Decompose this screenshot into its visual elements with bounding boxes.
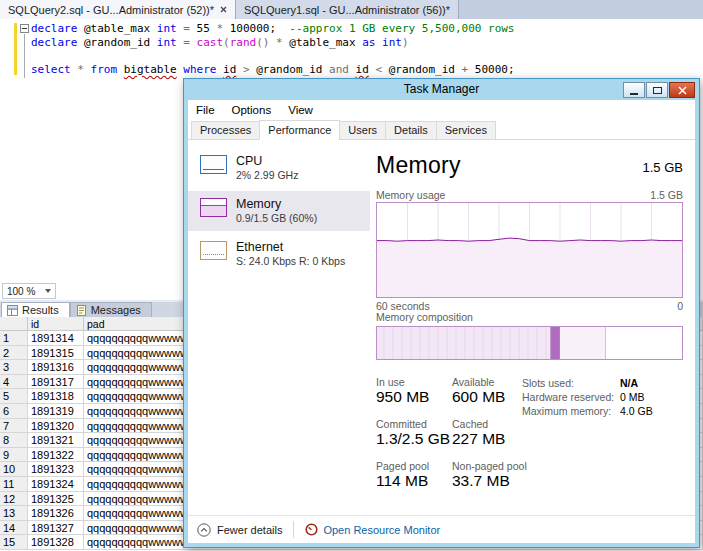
grid-cell[interactable]: 6 [0,404,28,419]
code-line: declare @table_max int = 55 * 100000; --… [31,22,515,36]
code-token: from [91,63,124,76]
outline-guide-line [24,34,25,78]
memory-panel: Memory 1.5 GB Memory usage 1.5 GB 60 sec… [374,148,685,515]
grid-cell[interactable]: 1 [0,331,28,346]
usage-graph-label: Memory usage [376,189,445,201]
close-tab-icon[interactable] [220,6,227,13]
code-token: rand [230,36,257,49]
grid-cell[interactable]: 1891328 [28,535,84,550]
grid-cell[interactable]: 1891318 [28,389,84,404]
grid-cell[interactable]: 1891325 [28,492,84,507]
tab-users[interactable]: Users [339,121,386,140]
stat-value-paged-pool: 114 MB [376,472,428,490]
grid-cell[interactable]: 3 [0,360,28,375]
detail-value-maximum-memory: 4.0 GB [620,405,653,417]
tab-label: Results [22,304,59,316]
grid-cell[interactable]: 4 [0,375,28,390]
grid-cell[interactable]: 11 [0,477,28,492]
maximize-icon [653,87,662,94]
grid-cell[interactable]: 1891317 [28,375,84,390]
stat-value-cached: 227 MB [452,430,505,448]
tab-processes[interactable]: Processes [191,121,260,140]
grid-cell[interactable]: 10 [0,462,28,477]
usage-graph-max: 1.5 GB [650,189,683,201]
grid-cell[interactable]: 1891314 [28,331,84,346]
minimize-icon [630,93,638,95]
code-token: 100000; [230,22,290,35]
grid-cell[interactable]: 5 [0,389,28,404]
tab-services[interactable]: Services [436,121,496,140]
footer-divider [293,521,294,538]
composition-label: Memory composition [376,311,473,323]
grid-cell[interactable]: 8 [0,433,28,448]
menu-file[interactable]: File [196,104,215,116]
sidebar-item-cpu[interactable]: CPU 2% 2.99 GHz [188,148,370,188]
grid-cell[interactable]: 12 [0,492,28,507]
menu-view[interactable]: View [288,104,313,116]
code-token: id [356,63,369,76]
stat-label-committed: Committed [376,418,427,430]
stat-value-non-paged-pool: 33.7 MB [452,472,510,490]
sidebar-item-memory[interactable]: Memory 0.9/1.5 GB (60%) [188,191,370,231]
code-token: = [183,36,196,49]
grid-cell[interactable]: 1891319 [28,404,84,419]
close-button[interactable] [669,82,695,98]
maximize-button[interactable] [646,82,668,98]
corner-header-cell[interactable] [0,317,28,331]
tab-label: SQLQuery1.sql - GU...Administrator (56))… [244,4,450,16]
grid-cell[interactable]: 1891323 [28,462,84,477]
code-token: where [183,63,223,76]
sql-code[interactable]: declare @table_max int = 55 * 100000; --… [31,22,515,76]
grid-cell[interactable]: 15 [0,535,28,550]
grid-cell[interactable]: 1891326 [28,506,84,521]
menu-options[interactable]: Options [232,104,272,116]
column-header-id[interactable]: id [28,317,84,331]
sidebar-item-label: Ethernet [236,240,345,255]
minimize-button[interactable] [623,82,645,98]
code-token: @random_id [256,63,329,76]
grid-cell[interactable]: 1891315 [28,346,84,361]
collapse-circle-icon [197,523,211,537]
outline-collapse-icon[interactable] [20,24,29,33]
task-manager-tabs: Processes Performance Users Details Serv… [188,119,695,140]
tab-details[interactable]: Details [385,121,437,140]
memory-composition-graph [376,326,683,360]
messages-icon [76,305,87,316]
grid-cell[interactable]: 1891324 [28,477,84,492]
tab-label: SQLQuery2.sql - GU...Administrator (52))… [8,4,214,16]
tab-messages[interactable]: Messages [70,302,152,317]
grid-cell[interactable]: 14 [0,521,28,536]
tab-sqlquery2[interactable]: SQLQuery2.sql - GU...Administrator (52))… [0,0,236,19]
grid-cell[interactable]: 13 [0,506,28,521]
tab-results[interactable]: Results [1,302,70,317]
code-token: * [216,22,229,35]
stat-label-non-paged-pool: Non-paged pool [452,460,527,472]
resource-monitor-icon [305,523,318,536]
tab-sqlquery1[interactable]: SQLQuery1.sql - GU...Administrator (56))… [236,0,459,19]
fewer-details-button[interactable]: Fewer details [197,523,282,537]
code-token: = [183,22,196,35]
grid-cell[interactable]: 9 [0,448,28,463]
grid-cell[interactable]: 1891320 [28,419,84,434]
memory-capacity: 1.5 GB [643,160,683,175]
code-token: 50000; [475,63,515,76]
code-token: ) [402,36,409,49]
grid-cell[interactable]: 7 [0,419,28,434]
grid-cell[interactable]: 1891322 [28,448,84,463]
titlebar[interactable]: Task Manager [184,79,699,100]
results-grid-icon [7,305,18,316]
grid-cell[interactable]: 1891321 [28,433,84,448]
grid-cell[interactable]: 1891327 [28,521,84,536]
detail-label-maximum-memory: Maximum memory: [522,405,611,417]
grid-cell[interactable]: 1891316 [28,360,84,375]
zoom-control[interactable]: 100 % [2,283,56,299]
tab-performance[interactable]: Performance [259,120,340,140]
open-resource-monitor-link[interactable]: Open Resource Monitor [305,523,440,536]
menu-bar: File Options View [188,100,695,119]
grid-cell[interactable]: 2 [0,346,28,361]
sidebar-item-detail: 2% 2.99 GHz [236,169,298,182]
sidebar-item-detail: S: 24.0 Kbps R: 0 Kbps [236,255,345,268]
sidebar-item-detail: 0.9/1.5 GB (60%) [236,212,317,225]
sidebar-item-ethernet[interactable]: Ethernet S: 24.0 Kbps R: 0 Kbps [188,234,370,274]
fewer-details-label: Fewer details [217,524,282,536]
